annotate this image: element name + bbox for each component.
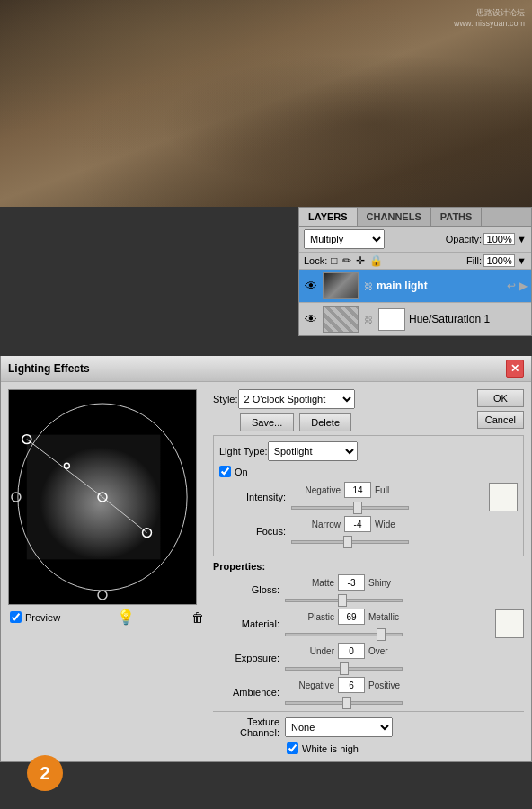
intensity-slider-col: Negative 14 Full (291, 482, 485, 511)
intensity-label-row: Intensity: Negative 14 Full (219, 482, 518, 511)
focus-slider[interactable] (291, 540, 409, 544)
lighting-body: Preview 💡 🗑 Style: 2 O'clock Spotlight (1, 382, 531, 761)
style-ctrl-row: Style: 2 O'clock Spotlight (213, 389, 355, 409)
tab-channels[interactable]: CHANNELS (358, 208, 431, 226)
blend-mode-select[interactable]: Multiply (304, 229, 385, 249)
lock-position-icon[interactable]: ✛ (356, 254, 365, 267)
material-row: Material: Plastic 69 Metallic (213, 609, 524, 638)
cancel-button[interactable]: Cancel (477, 411, 524, 429)
focus-slider-row: Narrow -4 Wide (291, 516, 518, 532)
layer-item-main-light[interactable]: 👁 ⛓ main light ↩ ▶ (299, 270, 531, 303)
preview-area: Preview 💡 🗑 (8, 389, 206, 754)
trash-icon[interactable]: 🗑 (191, 610, 204, 625)
layers-controls: Multiply Opacity: ▼ (299, 227, 531, 253)
svg-point-6 (98, 591, 107, 600)
ambience-slider-col: Negative 6 Positive (285, 677, 524, 707)
layers-panel: LAYERS CHANNELS PATHS Multiply Opacity: … (298, 207, 532, 336)
layer-thumbnail-2 (323, 306, 359, 333)
ambience-value[interactable]: 6 (338, 677, 365, 693)
exposure-slider[interactable] (285, 667, 403, 671)
material-color-swatch[interactable] (495, 609, 524, 638)
layer-fx-icon-1: ↩ (507, 280, 516, 292)
tab-paths[interactable]: PATHS (431, 208, 483, 226)
ok-button[interactable]: OK (477, 389, 524, 407)
exposure-neg-label: Under (285, 646, 334, 656)
light-type-select[interactable]: Spotlight (268, 441, 358, 461)
exposure-pos-label: Over (368, 646, 388, 656)
fill-arrow[interactable]: ▼ (517, 255, 527, 266)
ambience-row: Ambience: Negative 6 Positive (213, 677, 524, 707)
layers-tabs: LAYERS CHANNELS PATHS (299, 208, 531, 227)
ambience-neg-label: Negative (285, 680, 334, 690)
ambience-slider[interactable] (285, 701, 403, 705)
on-checkbox[interactable] (219, 466, 231, 477)
on-row: On (219, 466, 518, 477)
layer-options-icon-1[interactable]: ▶ (519, 280, 528, 292)
texture-label: Texture Channel: (213, 716, 285, 738)
opacity-arrow[interactable]: ▼ (517, 234, 527, 244)
visibility-icon-2[interactable]: 👁 (303, 311, 319, 327)
lock-label: Lock: (304, 255, 327, 266)
focus-group: Focus: Narrow -4 Wide (219, 516, 518, 546)
watermark: 思路设计论坛 www.missyuan.com (454, 7, 525, 28)
light-type-box: Light Type: Spotlight On Intensity: (213, 435, 524, 556)
focus-slider-col: Narrow -4 Wide (291, 516, 518, 546)
material-value[interactable]: 69 (338, 609, 365, 625)
exposure-slider-col: Under 0 Over (285, 643, 524, 672)
visibility-icon-1[interactable]: 👁 (303, 278, 319, 294)
section-divider (213, 711, 524, 712)
step-number: 2 (40, 763, 49, 784)
lock-icons: □ ✏ ✛ 🔒 (331, 254, 384, 267)
texture-channel-select[interactable]: None (285, 717, 393, 737)
lock-image-icon[interactable]: ✏ (342, 254, 351, 267)
preview-canvas (8, 389, 197, 605)
light-bulb-icon[interactable]: 💡 (117, 609, 135, 626)
preview-svg (9, 390, 196, 604)
light-type-row: Light Type: Spotlight (219, 441, 518, 461)
close-button[interactable]: ✕ (506, 360, 524, 378)
exposure-row: Exposure: Under 0 Over (213, 643, 524, 672)
material-slider-col: Plastic 69 Metallic (285, 609, 492, 638)
opacity-label: Opacity: (446, 234, 482, 244)
intensity-group: Intensity: Negative 14 Full (219, 482, 518, 511)
gloss-value[interactable]: -3 (338, 574, 365, 591)
layer-link-icon-2: ⛓ (364, 315, 373, 324)
save-button[interactable]: Save... (240, 413, 294, 431)
svg-point-7 (12, 493, 21, 502)
style-select[interactable]: 2 O'clock Spotlight (238, 389, 355, 409)
material-slider[interactable] (285, 633, 403, 636)
material-neg-label: Plastic (285, 612, 334, 622)
properties-section-label: Properties: (213, 561, 524, 572)
lock-all-icon[interactable]: 🔒 (369, 254, 383, 267)
exposure-label: Exposure: (213, 653, 285, 663)
opacity-input[interactable] (483, 233, 515, 245)
delete-button[interactable]: Delete (299, 413, 351, 431)
focus-value[interactable]: -4 (344, 516, 371, 532)
layer-item-hue-saturation[interactable]: 👁 ⛓ Hue/Saturation 1 (299, 303, 531, 335)
exposure-slider-row: Under 0 Over (285, 643, 524, 659)
intensity-slider[interactable] (291, 506, 409, 510)
lighting-effects-dialog: Lighting Effects ✕ (0, 356, 532, 762)
focus-pos-label: Wide (375, 520, 395, 529)
right-controls: Style: 2 O'clock Spotlight Save... Delet… (213, 389, 524, 754)
intensity-color-swatch[interactable] (489, 483, 518, 511)
style-row: Style: 2 O'clock Spotlight Save... Delet… (213, 389, 355, 431)
white-is-high-checkbox[interactable] (287, 742, 298, 754)
ambience-slider-row: Negative 6 Positive (285, 677, 524, 693)
white-is-high-label: White is high (302, 743, 359, 754)
step-badge: 2 (27, 755, 63, 791)
exposure-value[interactable]: 0 (338, 643, 365, 659)
lighting-titlebar: Lighting Effects ✕ (1, 356, 531, 382)
texture-channel-row: Texture Channel: None (213, 716, 524, 738)
tab-layers[interactable]: LAYERS (299, 208, 358, 226)
intensity-value[interactable]: 14 (344, 482, 371, 498)
layer-name-2: Hue/Saturation 1 (409, 313, 528, 325)
lock-transparent-icon[interactable]: □ (331, 254, 337, 267)
layer-name-1: main light (377, 280, 503, 292)
gloss-slider[interactable] (285, 599, 403, 602)
dialog-title: Lighting Effects (8, 362, 90, 375)
gloss-slider-row: Matte -3 Shiny (285, 574, 524, 591)
preview-checkbox[interactable] (10, 611, 22, 623)
fill-input[interactable] (483, 254, 515, 267)
gloss-label: Gloss: (213, 584, 285, 595)
